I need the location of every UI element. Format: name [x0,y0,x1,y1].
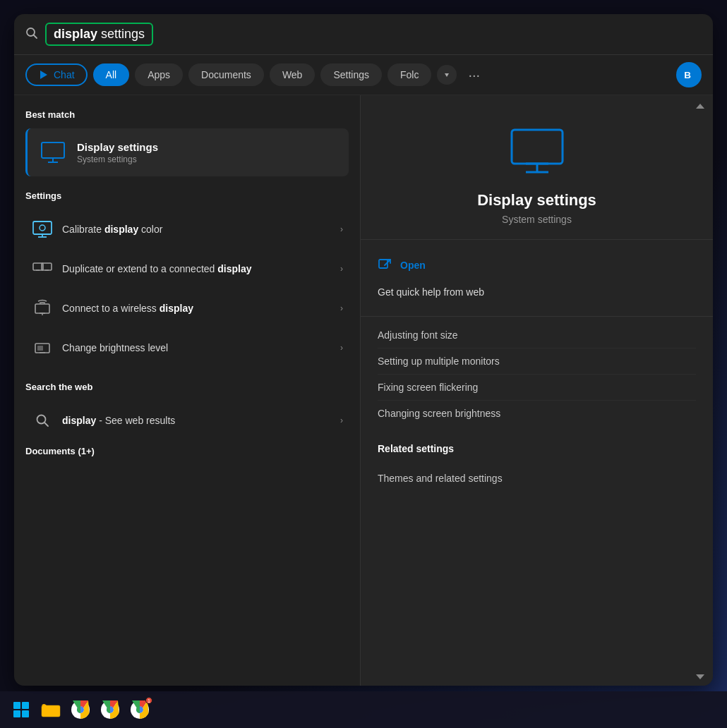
duplicate-arrow-icon: › [340,264,343,274]
more-tabs-button[interactable]: ··· [462,64,486,86]
search-query-highlight: display [54,27,97,41]
best-match-title-bold: Display [77,141,114,153]
right-links: Adjusting font size Setting up multiple … [361,317,713,432]
taskbar-file-explorer[interactable] [38,697,64,722]
scroll-down-button[interactable] [695,671,706,685]
svg-marker-26 [696,104,704,109]
best-match-subtitle: System settings [77,154,158,164]
tab-web-label: Web [282,69,303,80]
svg-rect-5 [42,142,64,158]
main-content: Best match Display settings System setti… [14,95,713,686]
settings-item-wireless[interactable]: Connect to a wireless display › [25,289,349,328]
duplicate-text-pre: Duplicate or extend to a connected [62,263,217,274]
right-actions: Open Get quick help from web [361,240,713,317]
taskbar-chrome-1[interactable] [68,697,93,722]
tab-all[interactable]: All [93,63,130,86]
right-link-screen-flickering-label: Fixing screen flickering [378,382,478,393]
best-match-title-rest: settings [114,141,158,153]
get-help-label: Get quick help from web [378,286,484,298]
tab-folders[interactable]: Folc [387,63,431,86]
left-panel: Best match Display settings System setti… [14,95,360,686]
settings-item-wireless-text: Connect to a wireless display [62,303,332,314]
settings-item-calibrate[interactable]: Calibrate display color › [25,210,349,249]
svg-rect-35 [13,710,20,717]
tab-chat-label: Chat [54,69,75,80]
best-match-title: Best match [25,109,349,120]
right-link-screen-brightness[interactable]: Changing screen brightness [378,401,696,426]
documents-section: Documents (1+) [25,446,349,456]
svg-rect-34 [22,702,29,709]
tab-apps[interactable]: Apps [135,63,183,86]
search-bar: display settings [14,14,713,55]
tab-arrow-button[interactable] [437,65,457,85]
right-display-icon [509,123,565,180]
settings-item-duplicate[interactable]: Duplicate or extend to a connected displ… [25,249,349,289]
svg-marker-2 [40,71,47,79]
settings-section-title: Settings [25,190,349,201]
open-button[interactable]: Open [378,251,696,279]
right-link-multiple-monitors[interactable]: Setting up multiple monitors [378,348,696,375]
right-panel: Display settings System settings Open [360,95,713,686]
documents-section-title: Documents (1+) [25,446,349,456]
web-search-text: display - See web results [62,415,332,426]
svg-rect-9 [33,222,52,234]
svg-rect-36 [22,710,29,717]
calibrate-arrow-icon: › [340,224,343,234]
right-link-screen-flickering[interactable]: Fixing screen flickering [378,375,696,401]
taskbar: 1 [0,691,727,728]
bing-button[interactable]: B [676,62,702,87]
best-match-text: Display settings System settings [77,141,158,164]
web-search-icon [31,409,54,432]
svg-rect-27 [512,130,563,164]
right-panel-title: Display settings [477,191,596,210]
calibrate-text-post: color [138,224,162,235]
taskbar-chrome-2[interactable] [97,697,123,722]
settings-item-brightness[interactable]: Change brightness level › [25,328,349,368]
right-link-multiple-monitors-label: Setting up multiple monitors [378,356,500,367]
right-link-themes[interactable]: Themes and related settings [378,466,696,491]
calibrate-icon [31,218,54,241]
duplicate-icon [31,257,54,280]
tab-settings-label: Settings [333,69,369,80]
settings-item-brightness-text: Change brightness level [62,342,332,353]
search-icon [25,27,38,42]
search-query-rest: settings [97,27,145,41]
search-overlay: display settings Chat All Apps Documents… [14,14,713,686]
settings-item-calibrate-text: Calibrate display color [62,224,332,235]
svg-rect-18 [35,304,49,313]
right-header: Display settings System settings [361,95,713,240]
web-search-arrow-icon: › [340,415,343,425]
related-settings-title: Related settings [361,432,713,460]
related-links: Themes and related settings [361,460,713,497]
windows-start-button[interactable] [8,697,34,722]
right-link-adjusting-font-label: Adjusting font size [378,329,458,341]
open-icon [378,258,392,272]
svg-marker-32 [696,674,704,679]
scroll-up-button[interactable] [695,101,706,115]
duplicate-text-bold: display [217,263,251,274]
tab-web[interactable]: Web [270,63,316,86]
brightness-arrow-icon: › [340,343,343,353]
tab-settings[interactable]: Settings [320,63,382,86]
brightness-text: Change brightness level [62,342,168,353]
svg-line-25 [44,423,48,426]
get-help-item[interactable]: Get quick help from web [378,279,696,305]
svg-line-1 [34,35,37,38]
tab-all-label: All [106,69,117,80]
web-search-item[interactable]: display - See web results › [25,401,349,440]
right-link-themes-label: Themes and related settings [378,473,503,484]
tab-folders-label: Folc [400,69,419,80]
tab-chat[interactable]: Chat [25,63,88,86]
tab-documents[interactable]: Documents [188,63,264,86]
web-search-query-bold: display [62,415,96,426]
wireless-text-pre: Connect to a wireless [62,303,160,314]
wireless-arrow-icon: › [340,303,343,313]
brightness-icon [31,336,54,359]
calibrate-text-bold: display [104,224,138,235]
search-input-container[interactable]: display settings [45,23,153,46]
right-link-adjusting-font[interactable]: Adjusting font size [378,322,696,348]
best-match-item[interactable]: Display settings System settings [25,128,349,176]
tab-documents-label: Documents [201,69,251,80]
taskbar-chrome-3[interactable]: 1 [127,697,152,722]
search-query: display settings [54,27,145,42]
